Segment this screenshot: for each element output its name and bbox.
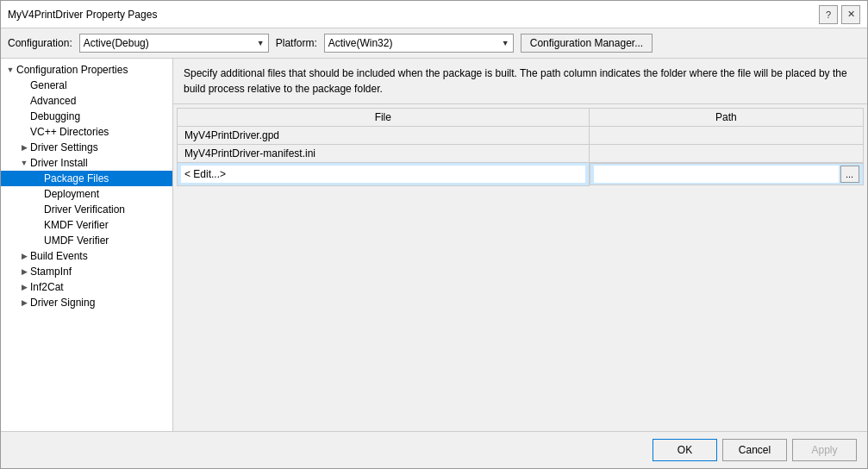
tree-item-umdf-verifier[interactable]: UMDF Verifier — [1, 233, 172, 248]
edit-row: ... — [178, 163, 864, 186]
tree-label-debugging: Debugging — [30, 110, 80, 122]
tree-item-debugging[interactable]: Debugging — [1, 109, 172, 124]
table-row: MyV4PrintDriver.gpd — [178, 127, 864, 145]
tree-label-umdf-verifier: UMDF Verifier — [44, 234, 109, 247]
ok-button[interactable]: OK — [653, 439, 717, 461]
tree-item-vcpp-dirs[interactable]: VC++ Directories — [1, 124, 172, 140]
edit-file-cell — [178, 163, 590, 186]
tree-item-kmdf-verifier[interactable]: KMDF Verifier — [1, 217, 172, 233]
tree-label-general: General — [30, 79, 67, 91]
tree-expand-build-events[interactable]: ▶ — [18, 250, 30, 262]
tree-label-driver-signing: Driver Signing — [30, 297, 95, 309]
platform-label: Platform: — [276, 37, 317, 49]
tree-item-stampinf[interactable]: ▶StampInf — [1, 264, 172, 279]
tree-label-package-files: Package Files — [44, 172, 109, 184]
platform-combo[interactable]: Active(Win32) ▼ — [324, 34, 514, 53]
tree-item-package-files[interactable]: Package Files — [1, 171, 172, 186]
tree-label-inf2cat: Inf2Cat — [30, 281, 64, 293]
config-row: Configuration: Active(Debug) ▼ Platform:… — [1, 28, 867, 59]
tree-label-kmdf-verifier: KMDF Verifier — [44, 219, 109, 231]
col-header-file: File — [178, 109, 590, 127]
cancel-button[interactable]: Cancel — [722, 439, 787, 461]
tree-label-deployment: Deployment — [44, 188, 99, 200]
main-area: ▼Configuration PropertiesGeneralAdvanced… — [1, 59, 867, 431]
edit-file-input[interactable] — [181, 166, 585, 183]
tree-item-driver-settings[interactable]: ▶Driver Settings — [1, 140, 172, 155]
tree-label-driver-settings: Driver Settings — [30, 141, 98, 153]
tree-item-deployment[interactable]: Deployment — [1, 186, 172, 202]
tree-item-build-events[interactable]: ▶Build Events — [1, 248, 172, 264]
tree-label-advanced: Advanced — [30, 95, 76, 107]
close-button[interactable]: ✕ — [841, 5, 860, 24]
config-combo[interactable]: Active(Debug) ▼ — [79, 34, 269, 53]
tree-item-driver-signing[interactable]: ▶Driver Signing — [1, 295, 172, 310]
path-cell — [589, 145, 863, 163]
file-table: File Path MyV4PrintDriver.gpdMyV4PrintDr… — [177, 108, 864, 186]
path-cell — [589, 127, 863, 145]
content-panel: Specify additional files that should be … — [173, 59, 867, 431]
tree-label-vcpp-dirs: VC++ Directories — [30, 126, 109, 138]
file-cell: MyV4PrintDriver-manifest.ini — [178, 145, 590, 163]
tree-label-config-props: Configuration Properties — [16, 64, 128, 76]
title-bar: MyV4PrintDriver Property Pages ? ✕ — [1, 1, 867, 28]
config-label: Configuration: — [8, 37, 72, 49]
table-row: MyV4PrintDriver-manifest.ini — [178, 145, 864, 163]
tree-panel: ▼Configuration PropertiesGeneralAdvanced… — [1, 59, 173, 431]
config-manager-button[interactable]: Configuration Manager... — [521, 34, 653, 53]
tree-label-driver-verification: Driver Verification — [44, 203, 125, 216]
tree-label-build-events: Build Events — [30, 250, 88, 262]
bottom-bar: OK Cancel Apply — [1, 431, 867, 468]
tree-item-advanced[interactable]: Advanced — [1, 93, 172, 109]
file-cell: MyV4PrintDriver.gpd — [178, 127, 590, 145]
tree-expand-driver-signing[interactable]: ▶ — [18, 297, 30, 309]
tree-expand-driver-install[interactable]: ▼ — [18, 157, 30, 169]
tree-item-general[interactable]: General — [1, 78, 172, 93]
tree-item-driver-verification[interactable]: Driver Verification — [1, 202, 172, 217]
apply-button[interactable]: Apply — [792, 439, 857, 461]
help-button[interactable]: ? — [819, 5, 838, 24]
dialog-title: MyV4PrintDriver Property Pages — [8, 9, 157, 21]
ellipsis-button[interactable]: ... — [840, 166, 859, 183]
file-table-area: File Path MyV4PrintDriver.gpdMyV4PrintDr… — [173, 104, 867, 431]
platform-combo-arrow: ▼ — [502, 39, 509, 47]
tree-item-config-props[interactable]: ▼Configuration Properties — [1, 62, 172, 78]
config-combo-arrow: ▼ — [257, 39, 265, 47]
dialog: MyV4PrintDriver Property Pages ? ✕ Confi… — [0, 0, 868, 469]
description-text: Specify additional files that should be … — [173, 59, 867, 104]
tree-expand-config-props[interactable]: ▼ — [4, 64, 16, 76]
edit-path-cell: ... — [590, 163, 864, 185]
tree-label-stampinf: StampInf — [30, 266, 72, 278]
tree-label-driver-install: Driver Install — [30, 157, 88, 169]
tree-expand-stampinf[interactable]: ▶ — [18, 266, 30, 278]
col-header-path: Path — [589, 109, 863, 127]
tree-item-driver-install[interactable]: ▼Driver Install — [1, 155, 172, 171]
edit-path-input[interactable] — [594, 166, 839, 183]
title-bar-buttons: ? ✕ — [819, 5, 860, 24]
tree-expand-inf2cat[interactable]: ▶ — [18, 281, 30, 293]
tree-expand-driver-settings[interactable]: ▶ — [18, 141, 30, 153]
tree-item-inf2cat[interactable]: ▶Inf2Cat — [1, 279, 172, 295]
